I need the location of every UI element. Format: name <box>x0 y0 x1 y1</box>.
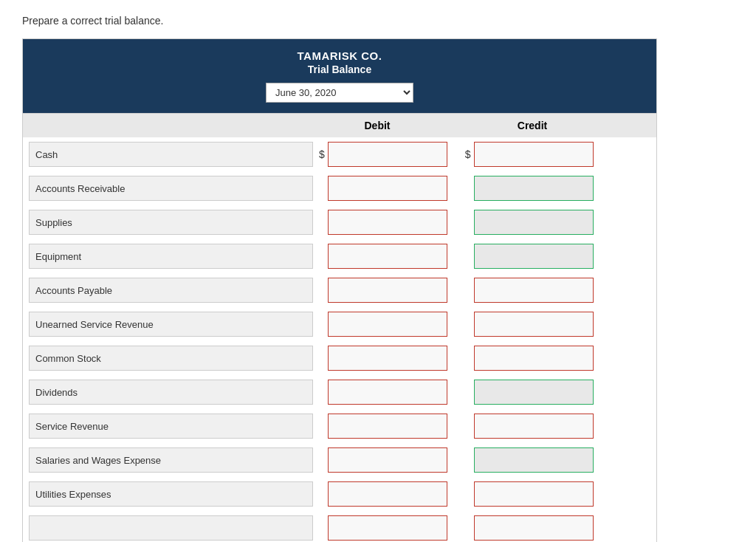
report-title: Trial Balance <box>30 64 649 75</box>
account-name-input-unearned-service-revenue[interactable] <box>29 312 313 337</box>
credit-col-equipment: $ <box>459 244 594 269</box>
credit-input-supplies[interactable] <box>474 210 594 235</box>
credit-col-utilities-expenses: $ <box>459 481 594 507</box>
credit-column-header: Credit <box>466 120 599 131</box>
column-headers: Debit Credit <box>23 113 656 137</box>
table-row: $$ <box>23 273 656 307</box>
debit-input-accounts-receivable[interactable] <box>328 176 447 201</box>
credit-col-extra: $ <box>459 515 594 541</box>
table-row: $$ <box>23 137 656 171</box>
credit-dollar-cash: $ <box>465 148 471 160</box>
account-name-input-salaries-wages-expense[interactable] <box>29 447 313 473</box>
credit-input-extra[interactable] <box>474 515 594 541</box>
debit-input-unearned-service-revenue[interactable] <box>328 312 447 337</box>
account-name-input-accounts-payable[interactable] <box>29 278 313 303</box>
credit-input-utilities-expenses[interactable] <box>474 481 594 507</box>
account-name-input-service-revenue[interactable] <box>29 414 313 439</box>
table-row: $$ <box>23 171 656 205</box>
debit-input-accounts-payable[interactable] <box>328 278 447 303</box>
debit-column-header: Debit <box>311 120 444 131</box>
account-name-input-cash[interactable] <box>29 142 313 167</box>
table-body: $$$$$$$$$$$$$$$$$$$$$$$$ <box>23 137 656 542</box>
credit-input-common-stock[interactable] <box>474 346 594 371</box>
debit-input-extra[interactable] <box>328 515 447 541</box>
credit-col-service-revenue: $ <box>459 414 594 439</box>
debit-input-common-stock[interactable] <box>328 346 447 371</box>
credit-input-equipment[interactable] <box>474 244 594 269</box>
debit-input-supplies[interactable] <box>328 210 447 235</box>
table-row: $$ <box>23 409 656 443</box>
table-row: $$ <box>23 307 656 341</box>
debit-input-service-revenue[interactable] <box>328 414 447 439</box>
table-row: $$ <box>23 511 656 542</box>
credit-col-accounts-receivable: $ <box>459 176 594 201</box>
trial-balance-header: TAMARISK CO. Trial Balance June 30, 2020… <box>23 39 656 113</box>
debit-input-dividends[interactable] <box>328 380 447 405</box>
debit-input-salaries-wages-expense[interactable] <box>328 447 447 473</box>
debit-input-cash[interactable] <box>328 142 447 167</box>
credit-col-cash: $ <box>459 142 594 167</box>
account-name-input-supplies[interactable] <box>29 210 313 235</box>
account-name-input-equipment[interactable] <box>29 244 313 269</box>
account-name-input-accounts-receivable[interactable] <box>29 176 313 201</box>
credit-col-salaries-wages-expense: $ <box>459 447 594 473</box>
table-row: $$ <box>23 341 656 375</box>
credit-input-accounts-receivable[interactable] <box>474 176 594 201</box>
credit-col-supplies: $ <box>459 210 594 235</box>
credit-col-common-stock: $ <box>459 346 594 371</box>
account-name-input-dividends[interactable] <box>29 380 313 405</box>
trial-balance-container: TAMARISK CO. Trial Balance June 30, 2020… <box>22 38 657 542</box>
credit-input-cash[interactable] <box>474 142 594 167</box>
credit-input-service-revenue[interactable] <box>474 414 594 439</box>
credit-input-accounts-payable[interactable] <box>474 278 594 303</box>
company-name: TAMARISK CO. <box>30 49 649 62</box>
credit-input-dividends[interactable] <box>474 380 594 405</box>
table-row: $$ <box>23 205 656 239</box>
account-name-input-utilities-expenses[interactable] <box>29 481 313 507</box>
table-row: $$ <box>23 375 656 409</box>
debit-dollar-cash: $ <box>319 148 325 160</box>
credit-input-unearned-service-revenue[interactable] <box>474 312 594 337</box>
account-name-input-common-stock[interactable] <box>29 346 313 371</box>
credit-col-accounts-payable: $ <box>459 278 594 303</box>
credit-col-unearned-service-revenue: $ <box>459 312 594 337</box>
table-row: $$ <box>23 239 656 273</box>
table-row: $$ <box>23 477 656 511</box>
debit-input-utilities-expenses[interactable] <box>328 481 447 507</box>
table-row: $$ <box>23 443 656 477</box>
debit-input-equipment[interactable] <box>328 244 447 269</box>
credit-col-dividends: $ <box>459 380 594 405</box>
credit-input-salaries-wages-expense[interactable] <box>474 447 594 473</box>
date-select[interactable]: June 30, 2020 December 31, 2020 March 31… <box>266 83 413 103</box>
account-name-input-extra[interactable] <box>29 515 313 541</box>
instructions-text: Prepare a correct trial balance. <box>22 15 734 27</box>
